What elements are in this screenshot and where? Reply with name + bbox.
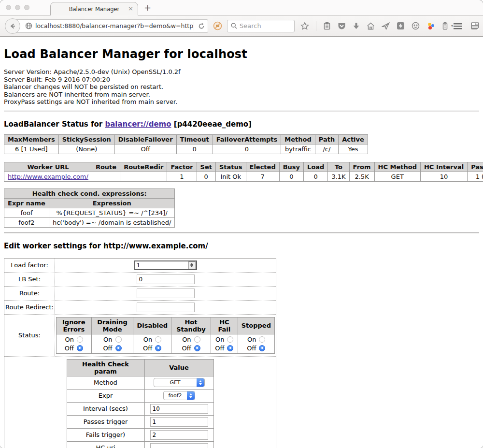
radio-draining-mode-on[interactable] — [115, 336, 122, 343]
status-radio-row: On Off On Off On Off — [57, 334, 275, 353]
toolbar-separator — [316, 21, 316, 31]
menu-hamburger-icon[interactable] — [453, 22, 463, 30]
radio-stopped-off[interactable] — [259, 345, 265, 351]
search-icon — [231, 23, 237, 29]
col-expr-name: Expr name — [4, 198, 49, 208]
radio-disabled-off[interactable] — [155, 345, 161, 351]
hc-expr-title: Health check cond. expressions: — [4, 188, 175, 198]
window-minimize-button[interactable] — [15, 5, 20, 10]
off-label: Off — [182, 345, 191, 352]
newspaper-icon — [470, 22, 480, 30]
radio-ignore-errors-on[interactable] — [77, 336, 83, 343]
worker-url-link[interactable]: http://www.example.com/ — [8, 173, 88, 180]
col-set: Set — [197, 162, 215, 172]
cell-factor: 1 — [167, 172, 197, 181]
col-stickysession: StickySession — [58, 134, 114, 144]
window-controls — [6, 5, 29, 10]
col-load: Load — [304, 162, 328, 172]
expr-select[interactable]: foof2 — [163, 391, 195, 400]
reload-button[interactable] — [195, 23, 208, 29]
bookmarks-menu-icon[interactable] — [323, 22, 331, 30]
server-version-line: Server Version: Apache/2.5.0-dev (Unix) … — [4, 68, 479, 76]
balancer-demo-link[interactable]: balancer://demo — [105, 120, 171, 129]
route-input[interactable] — [137, 289, 195, 298]
cell-path: /c/ — [315, 144, 338, 154]
fails-input[interactable] — [150, 430, 208, 440]
load-factor-input[interactable]: 1 — [134, 260, 197, 270]
col-routeredir: RouteRedir — [120, 162, 167, 172]
health-check-expressions-table: Health check cond. expressions: Expr nam… — [4, 188, 175, 228]
col-disabled: Disabled — [133, 317, 171, 334]
window-zoom-button[interactable] — [24, 5, 29, 10]
off-label: Off — [103, 345, 112, 352]
urlbar-divider — [194, 22, 194, 30]
back-button[interactable] — [5, 18, 20, 34]
radio-hot-standby-off[interactable] — [194, 345, 200, 351]
cell-hc-interval: 10 — [420, 172, 467, 181]
route-redirect-input[interactable] — [137, 303, 195, 312]
hc-row-fails: Fails trigger) — [67, 428, 213, 441]
reader-news-icon[interactable] — [470, 22, 480, 30]
form-row-route: Route: — [4, 286, 276, 300]
on-label: On — [143, 336, 152, 343]
cell-expr-name: foof2 — [4, 217, 49, 227]
off-label: Off — [143, 345, 152, 352]
search-input[interactable] — [240, 22, 283, 29]
square-download-icon — [397, 22, 405, 30]
pocket-icon[interactable] — [338, 22, 346, 30]
col-hc-param: Health Check param — [67, 359, 144, 376]
home-icon[interactable] — [367, 22, 375, 30]
url-bar[interactable]: localhost:8880/balancer-manager?b=demo&w… — [13, 19, 208, 33]
radio-disabled-on[interactable] — [155, 336, 161, 343]
passes-input[interactable] — [150, 417, 208, 427]
expr-selected-value: foof2 — [164, 391, 187, 400]
search-bar[interactable] — [227, 20, 295, 32]
lb-set-input[interactable] — [137, 275, 195, 284]
number-stepper-icon[interactable] — [188, 261, 196, 269]
pocket-shield-icon — [338, 22, 346, 30]
expr-row: foof %{REQUEST_STATUS} =~ /^[234]/ — [4, 208, 175, 217]
radio-stopped-on[interactable] — [259, 336, 265, 343]
send-tab-icon[interactable] — [382, 22, 390, 30]
feedback-smiley-icon[interactable] — [412, 22, 420, 30]
method-select[interactable]: GET — [154, 378, 205, 387]
cell-stickysession: (None) — [58, 144, 114, 154]
cell-passes: 1 (0) — [468, 172, 483, 181]
interval-input[interactable] — [150, 404, 208, 414]
hamburger-icon — [453, 22, 463, 30]
method-label: Method — [67, 376, 144, 389]
cell-worker-url: http://www.example.com/ — [4, 172, 92, 181]
radio-hc-fail-off[interactable] — [227, 345, 233, 351]
hc-row-passes: Passes trigger — [67, 415, 213, 428]
plugin-blocked-icon[interactable] — [213, 21, 222, 30]
col-busy: Busy — [279, 162, 303, 172]
radio-draining-mode-off[interactable] — [115, 345, 122, 351]
radio-hot-standby-on[interactable] — [194, 336, 200, 343]
on-label: On — [65, 336, 73, 343]
browser-tab[interactable]: Balancer Manager × — [50, 2, 138, 15]
expr-label: Expr — [67, 389, 144, 402]
back-arrow-icon — [9, 22, 16, 30]
url-text: localhost:8880/balancer-manager?b=demo&w… — [35, 22, 193, 29]
blocked-glyph-icon — [213, 21, 222, 30]
radio-hc-fail-on[interactable] — [227, 336, 233, 343]
tab-close-icon[interactable]: × — [128, 5, 133, 12]
downloads-icon[interactable] — [353, 22, 360, 30]
cell-set: 0 — [197, 172, 215, 181]
new-tab-button[interactable]: + — [144, 2, 151, 13]
container-battery-icon[interactable] — [442, 22, 448, 30]
extension-colordots-icon[interactable] — [426, 22, 435, 30]
navigation-toolbar: localhost:8880/balancer-manager?b=demo&w… — [0, 15, 483, 37]
proxypass-note-line: ProxyPass settings are NOT inherited fro… — [4, 98, 479, 106]
col-hc-fail: HC Fail — [211, 317, 238, 334]
window-close-button[interactable] — [6, 5, 11, 10]
radio-ignore-errors-off[interactable] — [77, 345, 83, 351]
form-row-lb-set: LB Set: — [4, 272, 276, 286]
col-timeout: Timeout — [176, 134, 213, 144]
hc-uri-input[interactable] — [150, 443, 208, 448]
load-factor-value: 1 — [137, 262, 188, 269]
cell-hc-method: GET — [374, 172, 420, 181]
download-manager-icon[interactable] — [397, 22, 405, 30]
bookmark-star-icon[interactable] — [300, 22, 309, 30]
lb-set-label: LB Set: — [4, 272, 55, 286]
